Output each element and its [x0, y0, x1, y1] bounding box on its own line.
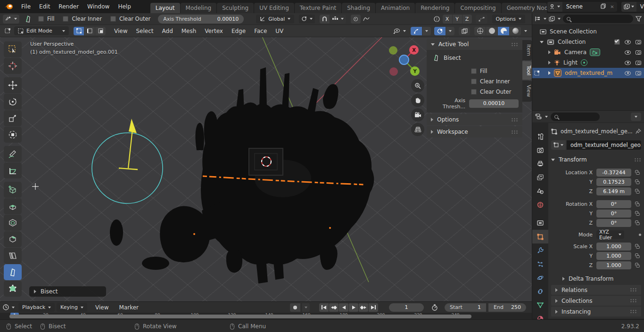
properties-tab-scene[interactable]	[532, 184, 548, 198]
camera-expand-icon[interactable]	[548, 50, 551, 54]
npanel-fill-row[interactable]: Fill	[430, 66, 519, 76]
tool-move[interactable]	[4, 77, 22, 93]
location-x-lock-icon[interactable]	[636, 172, 640, 175]
camera-view-button[interactable]	[411, 108, 424, 121]
camera-data-badge-icon[interactable]	[590, 49, 600, 56]
light-expand-icon[interactable]	[548, 61, 551, 65]
options-grip-icon[interactable]	[511, 118, 518, 122]
tool-bevel[interactable]	[4, 231, 22, 247]
menu-window[interactable]: Window	[83, 3, 114, 10]
options-panel-header[interactable]: Options	[427, 114, 522, 125]
rotation-y-lock-icon[interactable]	[636, 213, 640, 216]
breadcrumb-object-name[interactable]: odm_textured_model_ge...	[561, 128, 632, 135]
mirror-x-button[interactable]: X	[443, 15, 452, 24]
mesh-render-camera-icon[interactable]	[636, 71, 641, 75]
scene-unlink-button[interactable]: ✕	[607, 4, 617, 9]
workspace-grip-icon[interactable]	[511, 130, 518, 134]
location-y-field[interactable]: 0.17523	[596, 178, 631, 186]
npanel-clear-outer-checkbox[interactable]	[471, 89, 477, 95]
shading-rendered-button[interactable]	[510, 27, 521, 35]
light-data-badge-icon[interactable]	[581, 59, 587, 66]
bisect-gizmo-base-handle[interactable]	[119, 168, 138, 170]
workspace-tab-rendering[interactable]: Rendering	[415, 3, 454, 13]
shading-solid-button[interactable]	[486, 27, 497, 35]
outliner-row-collection[interactable]: Collection	[532, 37, 644, 47]
viewport-menu-edge[interactable]: Edge	[227, 28, 250, 34]
viewport-menu-mesh[interactable]: Mesh	[177, 28, 201, 34]
transform-orientation-dropdown[interactable]: Global	[256, 15, 294, 24]
tool-select-box[interactable]	[4, 41, 22, 57]
jump-to-end-button[interactable]	[369, 303, 378, 312]
scene-name[interactable]: Scene	[562, 3, 600, 10]
clear-inner-checkbox-box[interactable]	[63, 16, 68, 22]
rotation-x-field[interactable]: 0°	[596, 200, 631, 208]
outliner-row-scene-collection[interactable]: Scene Collection	[532, 26, 644, 37]
viewport-menu-view[interactable]: View	[110, 28, 132, 34]
viewport-menu-uv[interactable]: UV	[271, 28, 288, 34]
axis-threshold-field[interactable]: Axis Threshold 0.00010	[158, 15, 244, 24]
properties-tab-physics[interactable]	[532, 271, 548, 284]
instancing-panel-header[interactable]: Instancing	[551, 307, 641, 316]
rotation-z-lock-icon[interactable]	[636, 222, 640, 225]
mirror-y-button[interactable]: Y	[453, 15, 462, 24]
zoom-button[interactable]	[411, 79, 424, 92]
properties-search-field[interactable]	[551, 113, 600, 121]
collection-render-camera-icon[interactable]	[636, 40, 641, 44]
scene-new-button[interactable]	[599, 3, 607, 10]
fill-checkbox[interactable]: Fill	[38, 16, 54, 22]
tool-transform[interactable]	[4, 127, 22, 143]
scale-z-lock-icon[interactable]	[636, 265, 640, 267]
pan-button[interactable]	[411, 94, 424, 107]
tool-add-cube[interactable]	[4, 182, 22, 198]
previous-keyframe-button[interactable]	[329, 303, 339, 312]
options-dropdown[interactable]: Options	[492, 15, 525, 24]
shading-material-button[interactable]	[498, 27, 509, 35]
workspace-tab-animation[interactable]: Animation	[376, 3, 415, 13]
location-y-lock-icon[interactable]	[636, 181, 640, 184]
bisect-gizmo-arrowhead[interactable]	[129, 119, 137, 133]
clear-outer-checkbox[interactable]: Clear Outer	[110, 16, 150, 22]
mode-dropdown[interactable]: Edit Mode	[14, 26, 69, 35]
timeline-menu-view[interactable]: View	[91, 304, 113, 311]
viewport-canvas[interactable]: X Y User Perspective (1) odm_textured_mo…	[0, 37, 532, 301]
scale-x-field[interactable]: 1.000	[596, 243, 631, 251]
tool-measure[interactable]	[4, 162, 22, 178]
tool-annotate[interactable]	[4, 146, 22, 162]
outliner-row-light[interactable]: Light	[532, 57, 644, 68]
rotation-x-lock-icon[interactable]	[636, 203, 640, 206]
shading-dropdown[interactable]	[524, 30, 527, 32]
menu-edit[interactable]: Edit	[35, 3, 54, 10]
tool-poly-build[interactable]	[4, 281, 22, 297]
npanel-fill-checkbox[interactable]	[471, 68, 477, 74]
editor-type-button[interactable]	[3, 28, 13, 34]
blender-logo-icon[interactable]	[4, 3, 13, 10]
properties-tab-particles[interactable]	[532, 257, 548, 271]
properties-tab-modifiers[interactable]	[532, 243, 548, 257]
menu-render[interactable]: Render	[54, 3, 83, 10]
properties-tab-object-data[interactable]	[532, 298, 548, 312]
view-layer-browse-button[interactable]	[621, 2, 636, 12]
menu-help[interactable]: Help	[114, 3, 135, 10]
properties-tab-tool[interactable]	[532, 130, 548, 143]
snap-settings-dropdown[interactable]	[330, 15, 346, 24]
location-z-field[interactable]: 6.149 m	[596, 187, 631, 195]
shading-wireframe-button[interactable]	[474, 27, 486, 35]
properties-options-dropdown[interactable]	[631, 113, 641, 121]
location-z-lock-icon[interactable]	[636, 191, 640, 194]
workspace-tab-modeling[interactable]: Modeling	[181, 3, 217, 13]
workspace-panel-header[interactable]: Workspace	[427, 126, 522, 138]
collections-grip-icon[interactable]	[630, 299, 637, 303]
workspace-tab-compositing[interactable]: Compositing	[455, 3, 501, 13]
transform-panel-header[interactable]: Transform	[551, 154, 641, 165]
play-button[interactable]	[349, 303, 358, 312]
relations-grip-icon[interactable]	[630, 288, 637, 292]
collection-checkbox[interactable]	[614, 39, 620, 45]
xray-toggle-button[interactable]	[459, 27, 470, 35]
gizmo-axis-neg-y[interactable]	[389, 46, 397, 55]
collection-expand-icon[interactable]	[540, 41, 544, 43]
viewport-menu-face[interactable]: Face	[250, 28, 271, 34]
use-preview-range-button[interactable]	[431, 304, 438, 311]
tool-extrude-region[interactable]	[4, 198, 22, 214]
properties-tab-constraints[interactable]	[532, 284, 548, 298]
bisect-gizmo[interactable]	[92, 119, 163, 203]
